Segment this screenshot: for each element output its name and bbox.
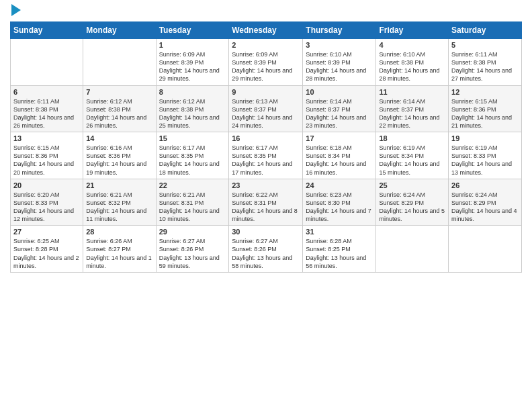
calendar-cell: 8Sunrise: 6:12 AM Sunset: 8:38 PM Daylig… xyxy=(156,85,229,132)
day-info: Sunrise: 6:19 AM Sunset: 8:33 PM Dayligh… xyxy=(451,144,519,177)
day-number: 15 xyxy=(159,134,226,142)
calendar-header-tuesday: Tuesday xyxy=(156,22,229,39)
day-number: 18 xyxy=(379,134,445,142)
calendar-cell: 11Sunrise: 6:14 AM Sunset: 8:37 PM Dayli… xyxy=(376,85,449,132)
calendar-header-saturday: Saturday xyxy=(449,22,522,39)
day-number: 9 xyxy=(232,88,300,96)
calendar-cell: 9Sunrise: 6:13 AM Sunset: 8:37 PM Daylig… xyxy=(229,85,303,132)
day-info: Sunrise: 6:17 AM Sunset: 8:35 PM Dayligh… xyxy=(232,144,300,177)
day-info: Sunrise: 6:09 AM Sunset: 8:39 PM Dayligh… xyxy=(159,50,226,83)
day-number: 6 xyxy=(13,88,80,96)
day-number: 31 xyxy=(306,228,373,236)
logo xyxy=(10,7,21,16)
calendar-cell: 13Sunrise: 6:15 AM Sunset: 8:36 PM Dayli… xyxy=(11,132,83,179)
calendar-week-5: 27Sunrise: 6:25 AM Sunset: 8:28 PM Dayli… xyxy=(11,226,522,273)
calendar-cell: 7Sunrise: 6:12 AM Sunset: 8:38 PM Daylig… xyxy=(83,85,156,132)
day-info: Sunrise: 6:24 AM Sunset: 8:29 PM Dayligh… xyxy=(451,191,519,224)
calendar-cell: 21Sunrise: 6:21 AM Sunset: 8:32 PM Dayli… xyxy=(83,179,156,226)
day-number: 30 xyxy=(232,228,300,236)
day-info: Sunrise: 6:27 AM Sunset: 8:26 PM Dayligh… xyxy=(159,237,226,270)
day-number: 20 xyxy=(13,181,80,189)
day-number: 29 xyxy=(159,228,226,236)
day-number: 25 xyxy=(379,181,445,189)
day-info: Sunrise: 6:10 AM Sunset: 8:38 PM Dayligh… xyxy=(379,50,445,83)
day-info: Sunrise: 6:23 AM Sunset: 8:30 PM Dayligh… xyxy=(306,191,373,224)
calendar-cell: 4Sunrise: 6:10 AM Sunset: 8:38 PM Daylig… xyxy=(376,39,449,86)
day-info: Sunrise: 6:16 AM Sunset: 8:36 PM Dayligh… xyxy=(86,144,152,177)
calendar-cell: 24Sunrise: 6:23 AM Sunset: 8:30 PM Dayli… xyxy=(303,179,376,226)
day-info: Sunrise: 6:12 AM Sunset: 8:38 PM Dayligh… xyxy=(86,97,152,130)
day-number: 22 xyxy=(159,181,226,189)
day-number: 5 xyxy=(451,41,519,49)
day-number: 17 xyxy=(306,134,373,142)
day-number: 26 xyxy=(451,181,519,189)
calendar-cell: 18Sunrise: 6:19 AM Sunset: 8:34 PM Dayli… xyxy=(376,132,449,179)
calendar-week-1: 1Sunrise: 6:09 AM Sunset: 8:39 PM Daylig… xyxy=(11,39,522,86)
day-number: 27 xyxy=(13,228,80,236)
calendar-week-3: 13Sunrise: 6:15 AM Sunset: 8:36 PM Dayli… xyxy=(11,132,522,179)
calendar-cell: 27Sunrise: 6:25 AM Sunset: 8:28 PM Dayli… xyxy=(11,226,83,273)
calendar-cell: 5Sunrise: 6:11 AM Sunset: 8:38 PM Daylig… xyxy=(449,39,522,86)
calendar-cell: 26Sunrise: 6:24 AM Sunset: 8:29 PM Dayli… xyxy=(449,179,522,226)
day-info: Sunrise: 6:15 AM Sunset: 8:36 PM Dayligh… xyxy=(451,97,519,130)
calendar-cell: 19Sunrise: 6:19 AM Sunset: 8:33 PM Dayli… xyxy=(449,132,522,179)
calendar-cell xyxy=(83,39,156,86)
calendar-cell xyxy=(449,226,522,273)
day-info: Sunrise: 6:14 AM Sunset: 8:37 PM Dayligh… xyxy=(306,97,373,130)
day-info: Sunrise: 6:14 AM Sunset: 8:37 PM Dayligh… xyxy=(379,97,445,130)
calendar-table: SundayMondayTuesdayWednesdayThursdayFrid… xyxy=(10,21,522,273)
day-number: 10 xyxy=(306,88,373,96)
calendar-cell: 15Sunrise: 6:17 AM Sunset: 8:35 PM Dayli… xyxy=(156,132,229,179)
calendar-cell: 3Sunrise: 6:10 AM Sunset: 8:39 PM Daylig… xyxy=(303,39,376,86)
day-number: 4 xyxy=(379,41,445,49)
calendar-cell: 6Sunrise: 6:11 AM Sunset: 8:38 PM Daylig… xyxy=(11,85,83,132)
calendar-cell: 14Sunrise: 6:16 AM Sunset: 8:36 PM Dayli… xyxy=(83,132,156,179)
calendar-cell: 29Sunrise: 6:27 AM Sunset: 8:26 PM Dayli… xyxy=(156,226,229,273)
day-number: 8 xyxy=(159,88,226,96)
calendar-cell xyxy=(11,39,83,86)
calendar-cell: 10Sunrise: 6:14 AM Sunset: 8:37 PM Dayli… xyxy=(303,85,376,132)
calendar-cell: 20Sunrise: 6:20 AM Sunset: 8:33 PM Dayli… xyxy=(11,179,83,226)
day-number: 7 xyxy=(86,88,152,96)
calendar-header-wednesday: Wednesday xyxy=(229,22,303,39)
day-info: Sunrise: 6:10 AM Sunset: 8:39 PM Dayligh… xyxy=(306,50,373,83)
day-number: 13 xyxy=(13,134,80,142)
day-number: 16 xyxy=(232,134,300,142)
day-info: Sunrise: 6:21 AM Sunset: 8:32 PM Dayligh… xyxy=(86,191,152,224)
day-number: 19 xyxy=(451,134,519,142)
day-info: Sunrise: 6:19 AM Sunset: 8:34 PM Dayligh… xyxy=(379,144,445,177)
day-info: Sunrise: 6:20 AM Sunset: 8:33 PM Dayligh… xyxy=(13,191,80,224)
day-info: Sunrise: 6:26 AM Sunset: 8:27 PM Dayligh… xyxy=(86,237,152,270)
calendar-cell: 23Sunrise: 6:22 AM Sunset: 8:31 PM Dayli… xyxy=(229,179,303,226)
calendar-cell: 30Sunrise: 6:27 AM Sunset: 8:26 PM Dayli… xyxy=(229,226,303,273)
day-number: 14 xyxy=(86,134,152,142)
calendar-header-monday: Monday xyxy=(83,22,156,39)
day-number: 21 xyxy=(86,181,152,189)
calendar-week-2: 6Sunrise: 6:11 AM Sunset: 8:38 PM Daylig… xyxy=(11,85,522,132)
calendar-cell: 1Sunrise: 6:09 AM Sunset: 8:39 PM Daylig… xyxy=(156,39,229,86)
calendar-header-friday: Friday xyxy=(376,22,449,39)
day-info: Sunrise: 6:28 AM Sunset: 8:25 PM Dayligh… xyxy=(306,237,373,270)
calendar-cell: 22Sunrise: 6:21 AM Sunset: 8:31 PM Dayli… xyxy=(156,179,229,226)
calendar-cell: 2Sunrise: 6:09 AM Sunset: 8:39 PM Daylig… xyxy=(229,39,303,86)
day-info: Sunrise: 6:13 AM Sunset: 8:37 PM Dayligh… xyxy=(232,97,300,130)
day-info: Sunrise: 6:09 AM Sunset: 8:39 PM Dayligh… xyxy=(232,50,300,83)
day-info: Sunrise: 6:18 AM Sunset: 8:34 PM Dayligh… xyxy=(306,144,373,177)
calendar-header-sunday: Sunday xyxy=(11,22,83,39)
calendar-cell: 28Sunrise: 6:26 AM Sunset: 8:27 PM Dayli… xyxy=(83,226,156,273)
day-info: Sunrise: 6:21 AM Sunset: 8:31 PM Dayligh… xyxy=(159,191,226,224)
calendar-cell: 31Sunrise: 6:28 AM Sunset: 8:25 PM Dayli… xyxy=(303,226,376,273)
calendar-cell: 16Sunrise: 6:17 AM Sunset: 8:35 PM Dayli… xyxy=(229,132,303,179)
day-info: Sunrise: 6:17 AM Sunset: 8:35 PM Dayligh… xyxy=(159,144,226,177)
header xyxy=(10,7,522,16)
day-number: 24 xyxy=(306,181,373,189)
day-number: 1 xyxy=(159,41,226,49)
calendar-cell xyxy=(376,226,449,273)
day-number: 3 xyxy=(306,41,373,49)
day-info: Sunrise: 6:25 AM Sunset: 8:28 PM Dayligh… xyxy=(13,237,80,270)
page: SundayMondayTuesdayWednesdayThursdayFrid… xyxy=(0,0,532,411)
day-number: 28 xyxy=(86,228,152,236)
logo-arrow-icon xyxy=(11,4,21,16)
day-info: Sunrise: 6:12 AM Sunset: 8:38 PM Dayligh… xyxy=(159,97,226,130)
day-info: Sunrise: 6:27 AM Sunset: 8:26 PM Dayligh… xyxy=(232,237,300,270)
